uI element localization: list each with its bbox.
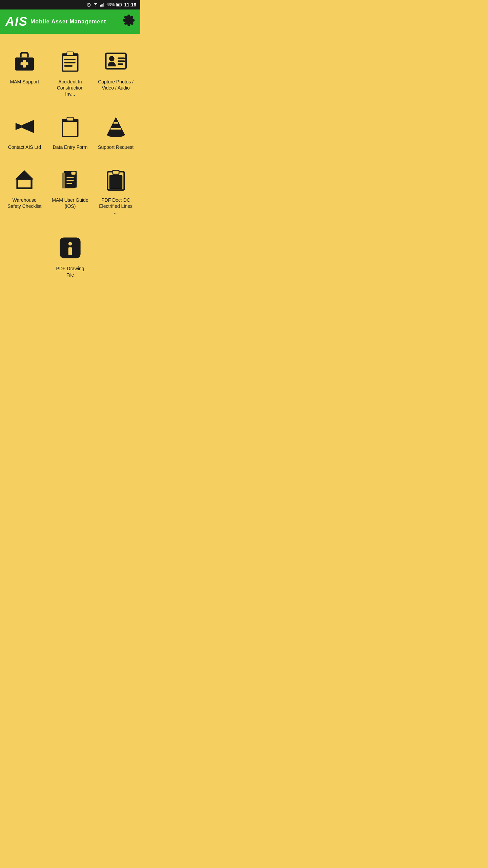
svg-rect-50 <box>113 171 119 174</box>
menu-item-contact[interactable]: Contact AIS Ltd <box>3 106 46 156</box>
battery-text: 63% <box>106 2 115 7</box>
header-logo: AIS Mobile Asset Management <box>5 15 106 29</box>
app-header: AIS Mobile Asset Management <box>0 9 140 34</box>
menu-item-support-request[interactable]: Support Request <box>95 106 137 156</box>
menu-item-data-entry[interactable]: Data Entry Form <box>49 106 92 156</box>
svg-rect-8 <box>103 3 104 7</box>
svg-rect-51 <box>109 175 122 189</box>
menu-item-mam-support[interactable]: MAM Support <box>3 41 46 103</box>
svg-rect-26 <box>118 63 123 65</box>
svg-rect-47 <box>66 183 72 184</box>
briefcase-medical-icon <box>11 47 38 75</box>
svg-rect-20 <box>64 62 75 63</box>
svg-rect-5 <box>100 5 101 6</box>
alarm-icon <box>86 2 91 7</box>
menu-item-accident[interactable]: Accident In Construction Inv... <box>49 41 92 103</box>
svg-marker-28 <box>22 120 34 133</box>
svg-rect-21 <box>64 65 73 66</box>
menu-grid-row3: Warehouse Safety Checklist <box>3 159 137 221</box>
status-icons: 63% 11:16 <box>86 2 136 7</box>
svg-rect-31 <box>67 117 73 120</box>
menu-item-mam-guide[interactable]: MAM User Guide (iOS) <box>49 159 92 221</box>
menu-label-support-request: Support Request <box>98 144 134 150</box>
settings-button[interactable] <box>123 14 135 29</box>
header-subtitle-text: Mobile Asset Management <box>30 19 106 25</box>
svg-point-23 <box>109 56 115 61</box>
menu-item-capture[interactable]: Capture Photos / Video / Audio <box>95 41 137 103</box>
svg-rect-45 <box>66 177 74 178</box>
clipboard3-icon <box>102 166 129 193</box>
svg-rect-32 <box>63 122 77 136</box>
svg-rect-6 <box>101 4 102 6</box>
svg-rect-11 <box>117 4 119 6</box>
svg-rect-7 <box>102 4 103 6</box>
menu-item-warehouse[interactable]: Warehouse Safety Checklist <box>3 159 46 221</box>
svg-rect-43 <box>62 173 65 189</box>
main-content: MAM Support Accident In C <box>0 34 140 304</box>
time-display: 11:16 <box>124 2 136 7</box>
menu-item-pdf-electrified[interactable]: PDF Doc: DC Electrified Lines ... <box>95 159 137 221</box>
house-icon <box>11 166 38 193</box>
megaphone-icon <box>11 113 38 140</box>
cone-icon <box>102 113 129 140</box>
menu-label-mam-support: MAM Support <box>10 79 39 85</box>
svg-rect-17 <box>67 52 73 55</box>
svg-point-34 <box>107 132 125 137</box>
svg-line-4 <box>89 3 90 4</box>
menu-item-pdf-drawing[interactable]: PDF Drawing File <box>48 228 92 283</box>
menu-label-pdf-drawing: PDF Drawing File <box>55 265 85 278</box>
id-card-icon <box>102 47 129 75</box>
clipboard2-icon <box>57 113 84 140</box>
svg-line-3 <box>87 3 88 4</box>
gear-icon <box>123 14 135 26</box>
svg-line-2 <box>89 5 89 5</box>
menu-grid-row1: MAM Support Accident In C <box>3 41 137 103</box>
svg-rect-25 <box>118 60 125 62</box>
svg-rect-46 <box>66 180 74 181</box>
svg-rect-14 <box>21 62 28 65</box>
svg-marker-27 <box>16 123 22 130</box>
header-ais-text: AIS <box>5 15 28 29</box>
svg-marker-33 <box>107 117 125 135</box>
svg-rect-40 <box>17 179 32 188</box>
clipboard-icon <box>57 47 84 75</box>
menu-label-contact: Contact AIS Ltd <box>8 144 41 150</box>
menu-label-warehouse: Warehouse Safety Checklist <box>6 197 43 209</box>
status-bar: 63% 11:16 <box>0 0 140 9</box>
svg-rect-10 <box>122 4 122 5</box>
svg-rect-24 <box>118 58 125 59</box>
menu-label-accident: Accident In Construction Inv... <box>52 79 89 97</box>
menu-grid-row2: Contact AIS Ltd Data Entry Form <box>3 106 137 156</box>
svg-rect-54 <box>68 248 72 255</box>
menu-label-pdf-electrified: PDF Doc: DC Electrified Lines ... <box>97 197 134 216</box>
menu-label-data-entry: Data Entry Form <box>53 144 88 150</box>
signal-icon <box>100 2 105 7</box>
battery-icon <box>116 3 122 7</box>
info-rounded-icon <box>57 234 84 261</box>
menu-label-mam-guide: MAM User Guide (iOS) <box>52 197 89 209</box>
menu-label-capture: Capture Photos / Video / Audio <box>97 79 134 91</box>
svg-rect-19 <box>64 59 75 60</box>
svg-rect-44 <box>71 172 75 175</box>
menu-grid-row4: PDF Drawing File <box>3 228 137 283</box>
wifi-icon <box>93 3 98 7</box>
svg-point-53 <box>68 242 72 246</box>
book-stack-icon <box>57 166 84 193</box>
